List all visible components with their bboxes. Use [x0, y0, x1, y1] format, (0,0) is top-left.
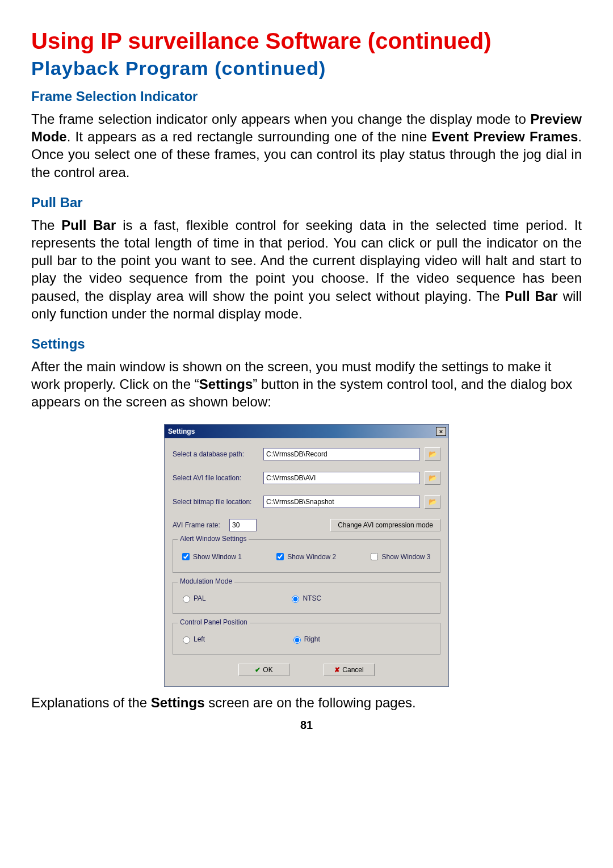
show-window-2-checkbox[interactable]: Show Window 2: [263, 551, 347, 562]
check-icon: ✔: [255, 666, 261, 674]
section-heading-pull-bar: Pull Bar: [31, 195, 582, 211]
folder-icon: [429, 474, 437, 482]
db-path-input[interactable]: [263, 448, 420, 460]
close-icon: ×: [439, 428, 443, 435]
left-radio[interactable]: Left: [180, 635, 263, 644]
alert-group-title: Alert Window Settings: [178, 535, 249, 543]
bmp-loc-input[interactable]: [263, 496, 420, 508]
paragraph-frame-indicator: The frame selection indicator only appea…: [31, 110, 582, 181]
modulation-mode-group: Modulation Mode PAL NTSC: [173, 582, 440, 614]
caption-explanations: Explanations of the Settings screen are …: [31, 695, 582, 711]
modulation-group-title: Modulation Mode: [178, 577, 234, 585]
folder-icon: [429, 450, 437, 458]
section-heading-frame-indicator: Frame Selection Indicator: [31, 89, 582, 104]
ok-button[interactable]: ✔OK: [238, 664, 289, 676]
bmp-loc-label: Select bitmap file location:: [173, 498, 263, 506]
frame-rate-input[interactable]: [229, 519, 257, 531]
paragraph-pull-bar: The Pull Bar is a fast, flexible control…: [31, 216, 582, 322]
section-heading-settings: Settings: [31, 336, 582, 352]
browse-db-button[interactable]: [425, 447, 440, 461]
control-panel-position-group: Control Panel Position Left Right: [173, 623, 440, 655]
browse-bmp-button[interactable]: [425, 495, 440, 509]
x-icon: ✘: [334, 666, 340, 674]
paragraph-settings: After the main window is shown on the sc…: [31, 358, 582, 411]
cancel-button[interactable]: ✘Cancel: [324, 664, 375, 676]
show-window-1-checkbox[interactable]: Show Window 1: [180, 551, 263, 562]
control-panel-group-title: Control Panel Position: [178, 618, 250, 626]
close-button[interactable]: ×: [436, 427, 446, 436]
avi-loc-label: Select AVI file location:: [173, 474, 263, 482]
right-radio[interactable]: Right: [263, 635, 347, 644]
folder-icon: [429, 498, 437, 506]
frame-rate-label: AVI Frame rate:: [173, 521, 229, 529]
browse-avi-button[interactable]: [425, 471, 440, 485]
page-title-sub: Playback Program (continued): [31, 57, 582, 79]
page-number: 81: [31, 719, 582, 732]
ntsc-radio[interactable]: NTSC: [263, 594, 347, 603]
pal-radio[interactable]: PAL: [180, 594, 263, 603]
dialog-title: Settings: [168, 427, 195, 435]
page-title-main: Using IP surveillance Software (continue…: [31, 28, 582, 54]
db-path-label: Select a database path:: [173, 450, 263, 458]
change-avi-button[interactable]: Change AVI compression mode: [330, 519, 440, 531]
alert-window-group: Alert Window Settings Show Window 1 Show…: [173, 539, 440, 573]
settings-dialog: Settings × Select a database path: Selec…: [164, 424, 449, 687]
avi-loc-input[interactable]: [263, 472, 420, 484]
show-window-3-checkbox[interactable]: Show Window 3: [347, 551, 430, 562]
